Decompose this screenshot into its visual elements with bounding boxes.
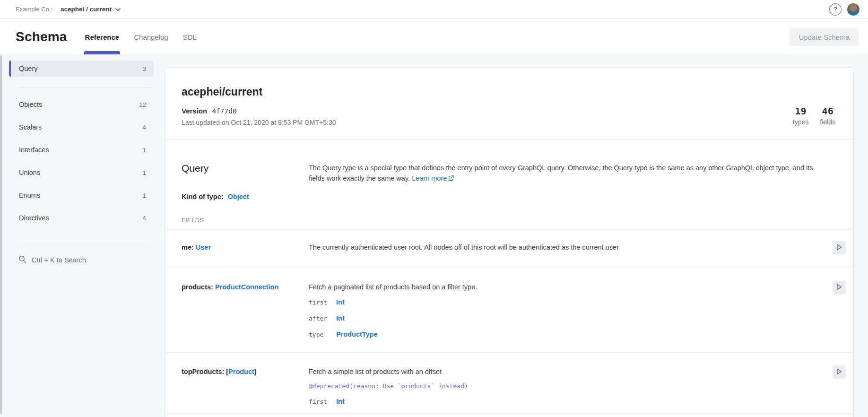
field-description: Fetch a paginated list of products based…: [309, 283, 833, 291]
deprecated-directive: @deprecated(reason: Use `products` inste…: [309, 382, 833, 391]
sidebar-item-count: 4: [142, 215, 146, 222]
sidebar-item-directives[interactable]: Directives 4: [9, 207, 154, 229]
field-row-me: me: User The currently authenticated use…: [165, 228, 853, 268]
graph-title: acephei/current: [182, 86, 793, 98]
sidebar-item-scalars[interactable]: Scalars 4: [9, 116, 154, 139]
field-body: Fetch a simple list of products with an …: [309, 367, 833, 406]
field-arg: type ProductType: [309, 330, 833, 339]
field-type-link[interactable]: ProductConnection: [215, 283, 279, 291]
stat-fields: 46 fields: [820, 105, 835, 126]
help-icon[interactable]: ?: [829, 3, 842, 16]
sidebar-item-label: Query: [19, 65, 38, 72]
sidebar-item-count: 4: [142, 124, 146, 131]
graph-summary: acephei/current Version 4f77d0 Last upda…: [165, 68, 853, 139]
arg-type-link[interactable]: Int: [336, 298, 345, 306]
tab-bar: Reference Changelog SDL: [84, 19, 210, 54]
type-description-text: The Query type is a special type that de…: [309, 164, 813, 182]
field-name-prefix: topProducts: [: [182, 368, 228, 375]
arg-type-link[interactable]: Int: [336, 397, 345, 406]
tab-changelog[interactable]: Changelog: [133, 19, 169, 54]
search-trigger[interactable]: Ctrl + K to Search: [16, 251, 154, 269]
stat-value: 19: [793, 105, 808, 117]
arg-name: first: [309, 298, 336, 307]
field-args: first Int: [309, 397, 833, 406]
sidebar-item-enums[interactable]: Enums 1: [9, 184, 154, 207]
arg-name: after: [309, 314, 336, 323]
kind-value-link[interactable]: Object: [228, 193, 249, 200]
stat-types: 19 types: [793, 105, 808, 126]
version-value: 4f77d0: [212, 107, 236, 115]
stat-label: types: [793, 118, 808, 126]
kind-of-type: Kind of type: Object: [165, 183, 853, 200]
field-type-link[interactable]: Product: [228, 368, 254, 375]
run-in-explorer-button[interactable]: [833, 365, 846, 379]
field-description: The currently authenticated user root. A…: [309, 243, 833, 252]
field-name: products: ProductConnection: [182, 283, 309, 339]
field-description: Fetch a simple list of products with an …: [309, 367, 833, 376]
field-name-prefix: me:: [182, 243, 194, 251]
field-row-topProducts: topProducts: [Product] Fetch a simple li…: [165, 353, 853, 415]
play-icon: [836, 244, 842, 252]
sidebar-item-count: 1: [142, 147, 146, 154]
tab-sdl[interactable]: SDL: [182, 19, 198, 54]
sidebar-item-label: Enums: [19, 191, 40, 199]
field-type-link[interactable]: User: [196, 243, 211, 251]
field-arg: after Int: [309, 314, 833, 323]
field-name-prefix: products:: [182, 283, 213, 291]
arg-name: type: [309, 330, 336, 339]
arg-type-link[interactable]: Int: [336, 314, 345, 322]
arg-type-link[interactable]: ProductType: [336, 330, 378, 339]
graph-selector-label: acephei / current: [61, 6, 112, 13]
sidebar-item-label: Scalars: [19, 123, 42, 131]
schema-reference-card: acephei/current Version 4f77d0 Last upda…: [164, 67, 854, 417]
update-schema-button[interactable]: Update Schema: [790, 28, 859, 46]
learn-more-link[interactable]: Learn more: [412, 174, 454, 182]
play-icon: [836, 368, 842, 376]
field-args: first Int after Int type ProductType: [309, 298, 833, 339]
row-divider: [165, 415, 853, 415]
left-scrollbar[interactable]: [0, 55, 2, 414]
sidebar-item-count: 1: [142, 192, 146, 199]
external-link-icon: [447, 174, 454, 182]
field-name: me: User: [182, 243, 309, 254]
sidebar-divider: [19, 240, 153, 240]
run-in-explorer-button[interactable]: [833, 281, 846, 294]
org-label: Example Co.:: [16, 6, 52, 13]
page-header: Schema Reference Changelog SDL Update Sc…: [0, 19, 868, 54]
sidebar-item-interfaces[interactable]: Interfaces 1: [9, 139, 154, 161]
field-row-products: products: ProductConnection Fetch a pagi…: [165, 268, 853, 352]
search-icon: [18, 255, 26, 265]
type-description: The Query type is a special type that de…: [309, 163, 830, 183]
last-updated: Last updated on Oct 21, 2020 at 9:53 PM …: [182, 119, 793, 126]
org-bar-right: ?: [829, 3, 859, 16]
graph-selector[interactable]: acephei / current: [61, 6, 121, 13]
field-name-suffix: ]: [254, 368, 257, 375]
sidebar-type-list: Objects 12 Scalars 4 Interfaces 1 Unions…: [9, 87, 154, 229]
sidebar-item-query[interactable]: Query 3: [9, 61, 154, 77]
schema-stats: 19 types 46 fields: [793, 105, 835, 126]
field-name: topProducts: [Product]: [182, 367, 309, 406]
field-arg: first Int: [309, 397, 833, 406]
arg-name: first: [309, 398, 336, 406]
sidebar-item-objects[interactable]: Objects 12: [9, 93, 154, 116]
version-line: Version 4f77d0: [182, 107, 793, 115]
content-area: Query 3 Objects 12 Scalars 4 Interfaces …: [0, 54, 868, 417]
sidebar-item-count: 3: [142, 65, 146, 72]
play-icon: [836, 284, 842, 292]
user-avatar[interactable]: [847, 3, 859, 16]
stat-label: fields: [820, 118, 835, 126]
learn-more-label: Learn more: [412, 174, 447, 182]
run-in-explorer-button[interactable]: [833, 241, 846, 254]
field-body: Fetch a paginated list of products based…: [309, 283, 833, 339]
type-header: Query The Query type is a special type t…: [165, 140, 853, 183]
help-glyph: ?: [833, 6, 837, 13]
field-arg: first Int: [309, 298, 833, 307]
sidebar-item-label: Interfaces: [19, 146, 49, 154]
tab-reference[interactable]: Reference: [84, 19, 121, 54]
sidebar-item-count: 1: [142, 169, 146, 176]
kind-label: Kind of type:: [182, 193, 224, 200]
graph-summary-left: acephei/current Version 4f77d0 Last upda…: [182, 86, 793, 126]
org-bar: Example Co.: acephei / current ?: [0, 0, 868, 19]
sidebar-item-unions[interactable]: Unions 1: [9, 161, 154, 184]
stat-value: 46: [820, 105, 835, 117]
